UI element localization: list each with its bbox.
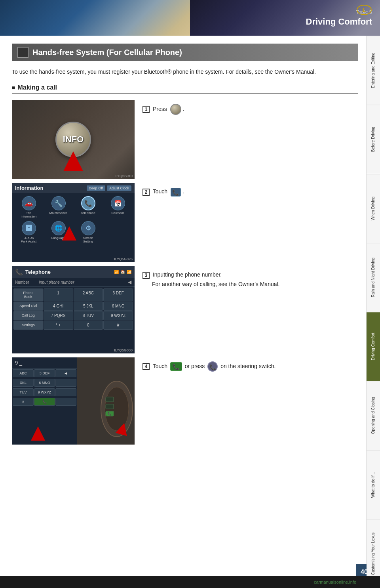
call-circle-inline: 📞 <box>207 361 218 372</box>
speed-dial-key: Speed Dial <box>13 302 43 311</box>
content-area: Hands-free System (For Cellular Phone) T… <box>0 36 366 588</box>
info-screen-title: Information <box>15 185 44 191</box>
calling-key-backspace: ◀ <box>55 369 76 377</box>
main-container: Hands-free System (For Cellular Phone) T… <box>0 36 380 588</box>
step-3-row: 📞 Telephone 📶 🏠 📶 Number Input phone num… <box>12 266 358 353</box>
calling-key-abc: ABC <box>13 369 34 377</box>
trip-icon: 🚗 <box>22 196 36 210</box>
info-icon-calendar: 📅 Calendar <box>104 196 131 219</box>
right-sidebar: Entering and Exiting Before Driving When… <box>366 36 380 588</box>
info-icon-screen: ⚙ ScreenSetting <box>74 221 102 244</box>
sidebar-tab-entering[interactable]: Entering and Exiting <box>367 36 380 105</box>
settings-key: Settings <box>13 321 43 330</box>
maintenance-icon: 🔧 <box>51 196 66 210</box>
info-icon-telephone: 📞 Telephone <box>74 196 102 219</box>
backspace-icon: ◀ <box>128 279 131 285</box>
svg-rect-4 <box>106 397 114 402</box>
calling-key-9wxyz: 9 WXYZ <box>34 388 55 396</box>
sidebar-tab-rain[interactable]: Rain and Night Driving <box>367 243 380 312</box>
header-left-image <box>0 0 190 36</box>
step-2-text: 2 Touch 📞. <box>142 183 358 196</box>
calling-key-3def: 3 DEF <box>34 369 55 377</box>
header-right: L Topic 5 Driving Comfort <box>190 0 380 36</box>
tel-status-icons: 📶 🏠 📶 <box>114 270 131 274</box>
step-4-image: 9 _ ABC 3 DEF ◀ XKL 6 MNO TUV <box>12 357 135 445</box>
step-number-3: 3 <box>142 272 150 279</box>
section-heading-text: Hands-free System (For Cellular Phone) <box>32 48 182 57</box>
tel-number-row: Number Input phone number ◀ <box>12 278 135 287</box>
intro-text: To use the hands-free system, you must r… <box>12 67 358 76</box>
step-4-row: 9 _ ABC 3 DEF ◀ XKL 6 MNO TUV <box>12 357 358 445</box>
calling-key-tuv: TUV <box>13 388 34 396</box>
info-screen-header: Information Beep Off Adjust Clock <box>12 183 135 193</box>
calling-key-6mno: 6 MNO <box>34 379 55 387</box>
info-icon-park: 🅿 LEXUSPark Assist <box>15 221 42 244</box>
subheading: Making a call <box>12 84 358 94</box>
calling-display: 9 _ <box>12 357 77 368</box>
calling-keyrow-4: # 📞 <box>12 397 77 407</box>
info-icon-maintenance: 🔧 Maintenance <box>45 196 72 219</box>
step-1-row: INFO ILYQ5S010 1 Press . <box>12 100 358 179</box>
call-log-key: Call Log <box>13 311 43 320</box>
key-6mno: 6 MNO <box>103 302 133 311</box>
calling-keyrow-1: ABC 3 DEF ◀ <box>12 368 77 378</box>
tel-header: 📞 Telephone 📶 🏠 📶 <box>12 266 135 278</box>
arrow-up-4 <box>31 426 45 441</box>
svg-text:L: L <box>363 7 366 13</box>
tel-number-input: Input phone number <box>39 280 128 284</box>
steps-container: INFO ILYQ5S010 1 Press . Information <box>12 100 358 449</box>
section-heading: Hands-free System (For Cellular Phone) <box>12 44 358 61</box>
calling-key-blank <box>55 379 76 387</box>
info-screen-buttons: Beep Off Adjust Clock <box>87 185 131 191</box>
key-7pqrs: 7 PQRS <box>44 311 73 320</box>
step-3-image: 📞 Telephone 📶 🏠 📶 Number Input phone num… <box>12 266 135 353</box>
screen-setting-icon: ⚙ <box>81 221 95 235</box>
page-header: L Topic 5 Driving Comfort <box>0 0 380 36</box>
lexus-logo: L <box>356 4 372 16</box>
tel-keypad: PhoneBook 1 2 ABC 3 DEF Speed Dial 4 GHI… <box>12 287 135 331</box>
key-0: 0 <box>74 321 103 330</box>
svg-rect-5 <box>106 404 114 409</box>
step-number-2: 2 <box>142 189 150 196</box>
calling-screen-left: 9 _ ABC 3 DEF ◀ XKL 6 MNO TUV <box>12 357 77 445</box>
image-code-2: ILYQ5G026 <box>114 257 133 261</box>
sidebar-tab-opening[interactable]: Opening and Closing <box>367 381 380 450</box>
key-1: 1 <box>44 288 73 301</box>
sidebar-tab-when[interactable]: When Driving <box>367 174 380 243</box>
key-hash: # <box>103 321 133 330</box>
step-1-image: INFO ILYQ5S010 <box>12 100 135 179</box>
calling-key-blank3 <box>55 398 76 406</box>
key-star: * + <box>44 321 73 330</box>
calling-keyrow-2: XKL 6 MNO <box>12 378 77 388</box>
beep-off-btn: Beep Off <box>87 185 105 191</box>
adjust-clock-btn: Adjust Clock <box>107 185 131 191</box>
arrow-up-1 <box>63 151 83 171</box>
calling-keyrow-3: TUV 9 WXYZ <box>12 388 77 397</box>
step-3-text: 3 Inputting the phone number. For anothe… <box>142 266 358 289</box>
step-4-text: 4 Touch 📞 or press 📞 on the steering swi… <box>142 357 358 372</box>
step-1-text: 1 Press . <box>142 100 358 115</box>
calling-key-blank2 <box>55 388 76 396</box>
image-code-3: ILYQ5G030 <box>114 348 133 352</box>
calling-key-phone-green: 📞 <box>34 398 55 406</box>
info-icon-inline <box>170 104 181 115</box>
sidebar-tab-driving[interactable]: Driving Comfort <box>367 312 380 381</box>
calendar-icon: 📅 <box>111 196 125 210</box>
calling-steering-right: 📞 <box>77 357 135 445</box>
step-2-row: Information Beep Off Adjust Clock 🚗 Trip… <box>12 183 358 262</box>
heading-icon <box>17 47 28 58</box>
phone-book-key: PhoneBook <box>13 288 43 301</box>
park-assist-icon: 🅿 <box>22 221 36 235</box>
key-5jkl: 5 JKL <box>74 302 103 311</box>
sidebar-tab-what[interactable]: What to do if... <box>367 450 380 519</box>
key-3def: 3 DEF <box>103 288 133 301</box>
calling-key-hash: # <box>13 398 34 406</box>
step-number-4: 4 <box>142 363 150 370</box>
step-number-1: 1 <box>142 106 150 113</box>
info-icon-trip: 🚗 Tripinformation <box>15 196 42 219</box>
image-code-1: ILYQ5S010 <box>114 174 133 178</box>
key-4ghi: 4 GHI <box>44 302 73 311</box>
sidebar-tab-before[interactable]: Before Driving <box>367 105 380 174</box>
key-9wxyz: 9 WXYZ <box>103 311 133 320</box>
page-title: Driving Comfort <box>306 17 372 27</box>
